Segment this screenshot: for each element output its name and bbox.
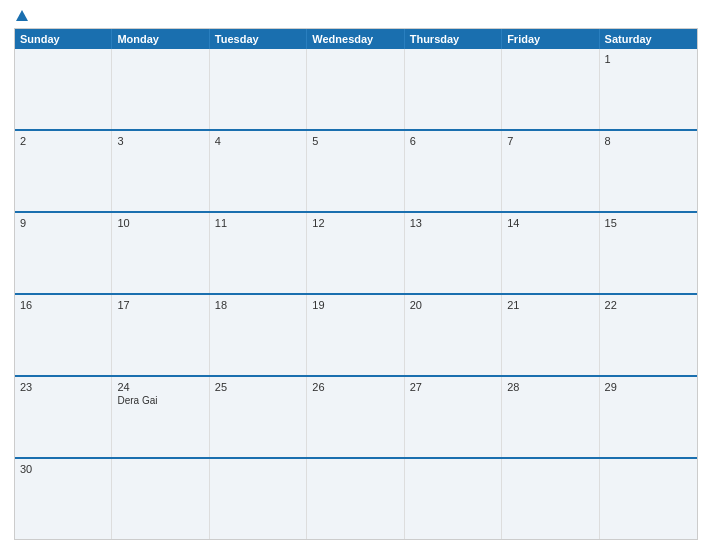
- day-cell: 28: [502, 377, 599, 457]
- logo: [14, 10, 30, 22]
- day-cell: [307, 49, 404, 129]
- day-cell: 24Dera Gai: [112, 377, 209, 457]
- day-number: 26: [312, 381, 398, 393]
- day-number: 21: [507, 299, 593, 311]
- day-cell: 30: [15, 459, 112, 539]
- day-number: 30: [20, 463, 106, 475]
- day-cell: [502, 459, 599, 539]
- day-cell: 13: [405, 213, 502, 293]
- day-cell: 3: [112, 131, 209, 211]
- day-number: 5: [312, 135, 398, 147]
- day-cell: 10: [112, 213, 209, 293]
- day-cell: 17: [112, 295, 209, 375]
- day-number: 25: [215, 381, 301, 393]
- day-cell: 27: [405, 377, 502, 457]
- week-row-1: 1: [15, 49, 697, 129]
- day-header-wednesday: Wednesday: [307, 29, 404, 49]
- day-number: 6: [410, 135, 496, 147]
- day-number: 27: [410, 381, 496, 393]
- day-cell: [405, 49, 502, 129]
- day-cell: [502, 49, 599, 129]
- day-cell: 26: [307, 377, 404, 457]
- day-cell: 7: [502, 131, 599, 211]
- day-cell: 23: [15, 377, 112, 457]
- day-number: 9: [20, 217, 106, 229]
- day-number: 1: [605, 53, 692, 65]
- day-header-sunday: Sunday: [15, 29, 112, 49]
- day-cell: 21: [502, 295, 599, 375]
- day-cell: 22: [600, 295, 697, 375]
- day-number: 20: [410, 299, 496, 311]
- day-header-tuesday: Tuesday: [210, 29, 307, 49]
- day-cell: [307, 459, 404, 539]
- day-number: 19: [312, 299, 398, 311]
- day-number: 28: [507, 381, 593, 393]
- day-number: 22: [605, 299, 692, 311]
- week-row-2: 2345678: [15, 129, 697, 211]
- day-number: 29: [605, 381, 692, 393]
- day-number: 7: [507, 135, 593, 147]
- day-cell: 2: [15, 131, 112, 211]
- day-cell: [112, 49, 209, 129]
- day-cell: 29: [600, 377, 697, 457]
- day-cell: [15, 49, 112, 129]
- day-cell: 9: [15, 213, 112, 293]
- day-number: 8: [605, 135, 692, 147]
- event-label: Dera Gai: [117, 395, 203, 406]
- day-header-friday: Friday: [502, 29, 599, 49]
- day-number: 10: [117, 217, 203, 229]
- day-cell: 8: [600, 131, 697, 211]
- day-cell: [210, 459, 307, 539]
- day-cell: 19: [307, 295, 404, 375]
- day-number: 23: [20, 381, 106, 393]
- day-number: 12: [312, 217, 398, 229]
- day-cell: 15: [600, 213, 697, 293]
- day-cell: [210, 49, 307, 129]
- week-row-5: 2324Dera Gai2526272829: [15, 375, 697, 457]
- header: [14, 10, 698, 22]
- day-headers: SundayMondayTuesdayWednesdayThursdayFrid…: [15, 29, 697, 49]
- week-row-3: 9101112131415: [15, 211, 697, 293]
- day-header-thursday: Thursday: [405, 29, 502, 49]
- day-number: 18: [215, 299, 301, 311]
- day-number: 2: [20, 135, 106, 147]
- day-number: 17: [117, 299, 203, 311]
- day-cell: 5: [307, 131, 404, 211]
- week-row-4: 16171819202122: [15, 293, 697, 375]
- day-cell: [405, 459, 502, 539]
- day-cell: 14: [502, 213, 599, 293]
- day-cell: 11: [210, 213, 307, 293]
- day-number: 11: [215, 217, 301, 229]
- day-header-saturday: Saturday: [600, 29, 697, 49]
- day-number: 3: [117, 135, 203, 147]
- day-cell: 18: [210, 295, 307, 375]
- logo-triangle-icon: [16, 10, 28, 21]
- day-number: 15: [605, 217, 692, 229]
- day-cell: [600, 459, 697, 539]
- day-cell: 6: [405, 131, 502, 211]
- day-cell: 20: [405, 295, 502, 375]
- day-number: 24: [117, 381, 203, 393]
- week-row-6: 30: [15, 457, 697, 539]
- weeks: 123456789101112131415161718192021222324D…: [15, 49, 697, 539]
- day-cell: 25: [210, 377, 307, 457]
- day-cell: 1: [600, 49, 697, 129]
- day-number: 16: [20, 299, 106, 311]
- day-cell: 4: [210, 131, 307, 211]
- day-number: 4: [215, 135, 301, 147]
- logo-blue-container: [14, 10, 30, 22]
- day-cell: 12: [307, 213, 404, 293]
- day-cell: [112, 459, 209, 539]
- calendar-page: SundayMondayTuesdayWednesdayThursdayFrid…: [0, 0, 712, 550]
- day-number: 14: [507, 217, 593, 229]
- day-header-monday: Monday: [112, 29, 209, 49]
- calendar: SundayMondayTuesdayWednesdayThursdayFrid…: [14, 28, 698, 540]
- day-cell: 16: [15, 295, 112, 375]
- day-number: 13: [410, 217, 496, 229]
